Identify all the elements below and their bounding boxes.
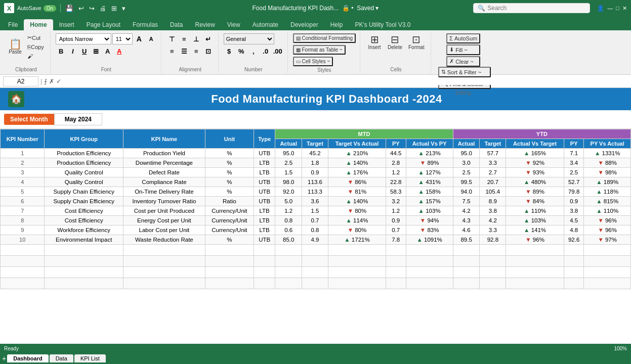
- cell-styles-btn[interactable]: ▭ Cell Styles ~: [293, 57, 333, 66]
- spreadsheet-container: 🏠 Food Manufacturing KPI Dashboard -2024…: [0, 88, 631, 364]
- cell-kpi-name: On-Time Delivery Rate: [123, 187, 205, 197]
- merge-center-btn[interactable]: ⊡: [203, 46, 214, 57]
- empty-cell: [406, 256, 453, 267]
- confirm-formula-icon[interactable]: ✓: [56, 78, 61, 85]
- redo-btn[interactable]: ↪: [88, 4, 96, 13]
- table-row: 5 Supply Chain Efficiency On-Time Delive…: [1, 187, 631, 197]
- cell-kpi-num: 2: [1, 158, 45, 168]
- tab-home[interactable]: Home: [24, 19, 53, 30]
- copy-btn[interactable]: ⎘ Copy: [25, 43, 46, 51]
- tab-insert[interactable]: Insert: [53, 19, 80, 30]
- decrease-decimal-btn[interactable]: .00: [272, 46, 283, 57]
- paste-btn[interactable]: 📋 Paste: [6, 38, 24, 56]
- tab-review[interactable]: Review: [189, 19, 221, 30]
- font-size-select[interactable]: 11: [112, 33, 133, 44]
- tab-file[interactable]: File: [2, 19, 24, 30]
- selected-month-value[interactable]: May 2024: [54, 113, 102, 125]
- tab-page-layout[interactable]: Page Layout: [80, 19, 127, 30]
- add-sheet-btn[interactable]: +: [2, 354, 6, 362]
- bold-btn[interactable]: B: [56, 46, 67, 57]
- align-left-btn[interactable]: ≡: [166, 46, 178, 57]
- cell-reference-input[interactable]: [3, 76, 38, 86]
- cell-ytd-target: 8.9: [480, 197, 506, 206]
- tab-data[interactable]: Data: [164, 19, 189, 30]
- undo-btn[interactable]: ↩: [77, 4, 86, 13]
- col-ytd-actual: Actual: [453, 139, 480, 149]
- close-btn[interactable]: ✕: [622, 5, 627, 12]
- format-as-table-btn[interactable]: ▦ Format as Table ~: [293, 45, 346, 55]
- empty-cell: [45, 245, 123, 256]
- fill-color-btn[interactable]: A: [102, 46, 113, 57]
- tab-formulas[interactable]: Formulas: [127, 19, 164, 30]
- font-color-btn[interactable]: A: [114, 46, 125, 57]
- clipboard-label: Clipboard: [15, 66, 37, 72]
- font-grow-btn[interactable]: A: [134, 33, 145, 44]
- underline-btn[interactable]: U: [79, 46, 90, 57]
- format-painter-btn[interactable]: 🖌: [25, 52, 46, 60]
- sheet-tab-kpi-list[interactable]: KPI List: [74, 354, 106, 362]
- grid-btn[interactable]: ⊞: [110, 4, 118, 13]
- empty-cell: [453, 267, 480, 278]
- font-shrink-btn[interactable]: A: [146, 33, 157, 44]
- direction-indicator: [525, 237, 531, 243]
- save-btn[interactable]: 💾: [64, 4, 75, 13]
- formula-input[interactable]: [63, 78, 628, 85]
- align-top-btn[interactable]: ⊤: [166, 33, 178, 44]
- sheet-tab-data[interactable]: Data: [50, 354, 73, 362]
- minimize-btn[interactable]: —: [607, 5, 613, 11]
- conditional-formatting-btn[interactable]: ▤ Conditional Formatting: [293, 33, 356, 43]
- autosum-btn[interactable]: Σ AutoSum: [446, 33, 480, 43]
- align-middle-btn[interactable]: ≡: [179, 33, 190, 44]
- home-icon[interactable]: 🏠: [8, 91, 24, 107]
- delete-btn[interactable]: ⊟ Delete: [386, 33, 404, 51]
- cells-label: Cells: [390, 66, 401, 72]
- align-bottom-btn[interactable]: ⊥: [191, 33, 202, 44]
- clear-icon: ✗: [449, 58, 454, 65]
- wrap-text-btn[interactable]: ↵: [203, 33, 214, 44]
- fill-btn[interactable]: ⬇ Fill ~: [446, 44, 480, 55]
- dropdown-btn[interactable]: ▾: [120, 4, 127, 13]
- tab-view[interactable]: View: [221, 19, 246, 30]
- clear-btn[interactable]: ✗ Clear ~: [446, 56, 480, 67]
- cell-ytd-atv: 93%: [506, 168, 564, 177]
- tab-pks-utility[interactable]: PK's Utility Tool V3.0: [349, 19, 416, 30]
- cell-mtd-tva: 140%: [328, 158, 386, 168]
- cut-btn[interactable]: ✂ Cut: [25, 33, 46, 42]
- cell-mtd-tva: 80%: [328, 206, 386, 216]
- tab-help[interactable]: Help: [324, 19, 349, 30]
- cell-ytd-atv: 89%: [506, 187, 564, 197]
- tab-automate[interactable]: Automate: [246, 19, 284, 30]
- empty-row: [1, 256, 631, 267]
- sheet-tab-dashboard[interactable]: Dashboard: [7, 354, 48, 362]
- user-icon[interactable]: 👤: [597, 5, 604, 12]
- cell-kpi-num: 6: [1, 197, 45, 206]
- font-name-select[interactable]: Aptos Narrow: [56, 33, 111, 44]
- increase-decimal-btn[interactable]: .0: [260, 46, 271, 57]
- cell-type: LTB: [254, 216, 275, 225]
- cell-ytd-py: 0.9: [564, 197, 583, 206]
- search-input[interactable]: [487, 5, 548, 12]
- border-btn[interactable]: ⊞: [91, 46, 102, 57]
- empty-cell: [205, 245, 254, 256]
- align-right-btn[interactable]: ≡: [191, 46, 202, 57]
- autosave-toggle[interactable]: On: [44, 5, 56, 12]
- maximize-btn[interactable]: □: [616, 5, 619, 11]
- tab-developer[interactable]: Developer: [284, 19, 324, 30]
- direction-indicator: [416, 237, 422, 243]
- cell-kpi-group: Production Efficiency: [45, 149, 123, 158]
- search-bar[interactable]: 🔍: [473, 3, 590, 13]
- insert-btn[interactable]: ⊞ Insert: [365, 33, 384, 51]
- direction-indicator: [418, 189, 424, 195]
- cancel-formula-icon[interactable]: ✗: [49, 78, 54, 85]
- align-center-btn[interactable]: ☰: [179, 46, 190, 57]
- italic-btn[interactable]: I: [67, 46, 78, 57]
- percent-btn[interactable]: %: [236, 46, 247, 57]
- format-btn[interactable]: ⊡ Format: [406, 33, 427, 51]
- number-format-select[interactable]: General: [224, 33, 274, 44]
- sort-filter-btn[interactable]: ⇅ Sort & Filter ~: [438, 67, 491, 77]
- cell-ytd-actual: 4.6: [453, 225, 480, 235]
- print-btn[interactable]: 🖨: [98, 4, 108, 13]
- currency-btn[interactable]: $: [224, 46, 235, 57]
- cell-mtd-py: 0.9: [386, 216, 406, 225]
- comma-btn[interactable]: ,: [248, 46, 259, 57]
